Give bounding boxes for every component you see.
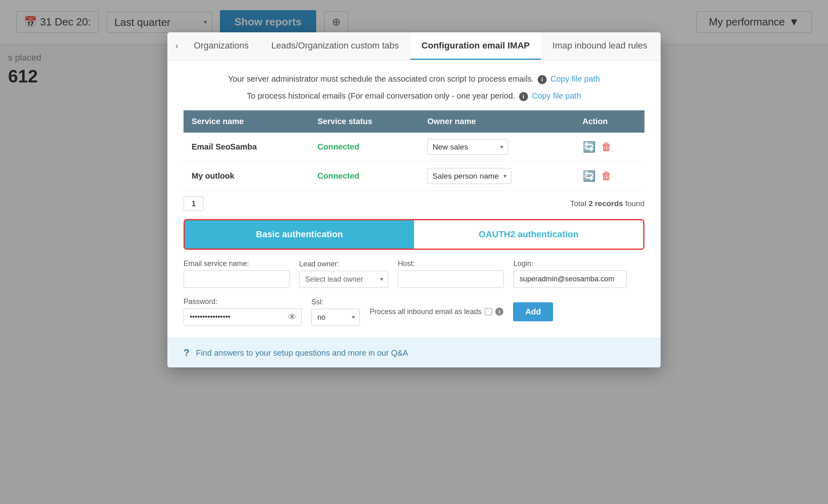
auth-selection: Basic authentication OAUTH2 authenticati… — [184, 219, 644, 250]
password-wrapper: •••••••••••••••• 👁 — [184, 308, 302, 326]
service-name-2: My outlook — [184, 162, 309, 191]
action-buttons-1: 🔄 🗑 — [583, 141, 636, 153]
login-group: Login: superadmin@seosamba.com — [513, 259, 627, 288]
tab-prev-button[interactable]: ‹ — [171, 32, 182, 60]
pagination-row: 1 Total 2 records found — [184, 196, 644, 211]
tab-organizations[interactable]: Organizations — [182, 32, 260, 60]
info-icon-2: i — [519, 92, 528, 101]
ssl-label: Ssl: — [311, 298, 360, 306]
page-input[interactable]: 1 — [184, 196, 204, 211]
form-row-2: Password: •••••••••••••••• 👁 Ssl: no — [184, 297, 644, 326]
process-inbound-label: Process all inbound email as leads i — [370, 308, 503, 316]
copy-file-path-2[interactable]: Copy file path — [532, 91, 581, 100]
qa-footer: ? Find answers to your setup questions a… — [167, 338, 661, 367]
ssl-group: Ssl: no — [311, 298, 360, 326]
ssl-select[interactable]: no — [311, 309, 360, 326]
form-row-1: Email service name: Lead owner: Select l… — [184, 259, 644, 288]
host-label: Host: — [398, 259, 504, 268]
oauth2-auth-button[interactable]: OAUTH2 authentication — [414, 220, 643, 249]
eye-icon[interactable]: 👁 — [288, 312, 297, 323]
info-icon-1: i — [538, 75, 547, 84]
lead-owner-select[interactable]: Select lead owner — [299, 271, 388, 288]
tab-imap-rules[interactable]: Imap inbound lead rules — [541, 32, 659, 60]
email-service-label: Email service name: — [184, 259, 289, 268]
info-line-2: To process historical emails (For email … — [184, 89, 644, 102]
lead-owner-label: Lead owner: — [299, 260, 388, 268]
qa-text: Find answers to your setup questions and… — [196, 348, 408, 358]
owner-cell-1: New sales — [419, 133, 575, 162]
delete-icon-2[interactable]: 🗑 — [601, 170, 612, 182]
table-row: Email SeoSamba Connected New sales � — [184, 133, 644, 162]
add-button[interactable]: Add — [513, 302, 553, 321]
email-service-group: Email service name: — [184, 259, 289, 288]
process-info-icon: i — [495, 308, 503, 316]
qa-icon: ? — [184, 347, 190, 358]
modal-dialog: ‹ Organizations Leads/Organization custo… — [167, 32, 661, 367]
email-service-input[interactable] — [184, 270, 289, 288]
service-status-1: Connected — [309, 133, 419, 162]
col-action: Action — [575, 110, 644, 133]
host-input[interactable] — [398, 270, 504, 288]
service-status-2: Connected — [309, 162, 419, 191]
sync-icon-1[interactable]: 🔄 — [583, 141, 596, 153]
basic-auth-button[interactable]: Basic authentication — [185, 220, 414, 249]
service-name-1: Email SeoSamba — [184, 133, 309, 162]
table-row: My outlook Connected Sales person name — [184, 162, 644, 191]
col-owner-name: Owner name — [419, 110, 575, 133]
copy-file-path-1[interactable]: Copy file path — [551, 74, 600, 83]
action-cell-2: 🔄 🗑 — [575, 162, 644, 191]
modal-body: Your server administrator must schedule … — [167, 60, 661, 338]
process-inbound-checkbox[interactable] — [485, 308, 492, 315]
sync-icon-2[interactable]: 🔄 — [583, 170, 596, 182]
action-cell-1: 🔄 🗑 — [575, 133, 644, 162]
login-label: Login: — [513, 259, 627, 268]
owner-cell-2: Sales person name — [419, 162, 575, 191]
info-line-1: Your server administrator must schedule … — [184, 72, 644, 85]
tab-config-email[interactable]: Configuration email IMAP — [410, 32, 541, 60]
col-service-name: Service name — [184, 110, 309, 133]
password-group: Password: •••••••••••••••• 👁 — [184, 297, 302, 326]
service-table: Service name Service status Owner name A… — [184, 110, 644, 191]
tab-tasks-config[interactable]: Tasks configuration — [659, 32, 661, 60]
login-input[interactable]: superadmin@seosamba.com — [513, 270, 627, 288]
lead-owner-group: Lead owner: Select lead owner — [299, 260, 388, 288]
action-buttons-2: 🔄 🗑 — [583, 170, 636, 182]
total-records: Total 2 records found — [570, 199, 644, 208]
password-input[interactable]: •••••••••••••••• — [184, 308, 302, 326]
owner-select-1[interactable]: New sales — [427, 139, 508, 155]
tab-bar: ‹ Organizations Leads/Organization custo… — [167, 32, 661, 60]
password-label: Password: — [184, 297, 302, 306]
process-inbound-text: Process all inbound email as leads — [370, 308, 482, 316]
delete-icon-1[interactable]: 🗑 — [601, 141, 612, 153]
host-group: Host: — [398, 259, 504, 288]
owner-select-2[interactable]: Sales person name — [427, 168, 511, 184]
modal-overlay: ‹ Organizations Leads/Organization custo… — [0, 0, 828, 504]
tab-leads-custom[interactable]: Leads/Organization custom tabs — [260, 32, 410, 60]
table-header-row: Service name Service status Owner name A… — [184, 110, 644, 133]
col-service-status: Service status — [309, 110, 419, 133]
